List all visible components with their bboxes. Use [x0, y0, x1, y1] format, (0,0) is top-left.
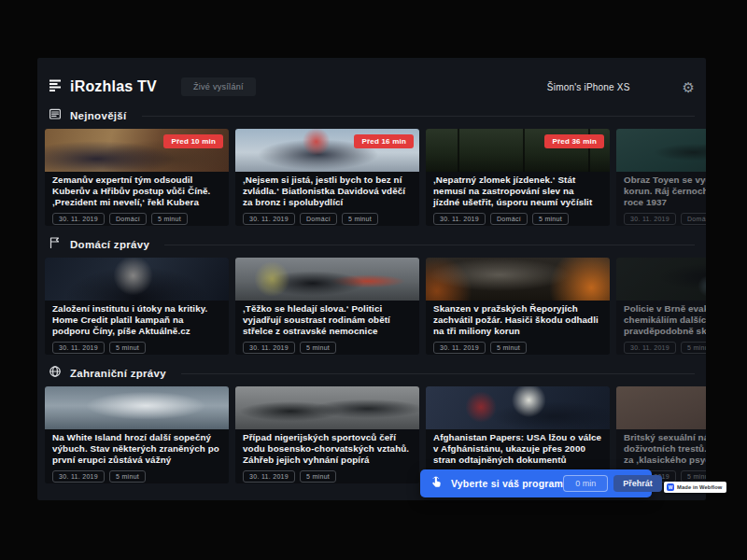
card-thumbnail [616, 129, 706, 172]
category-tag: Domácí [300, 213, 337, 225]
card-thumbnail: Před 10 min [45, 129, 229, 172]
card-row-domestic: Založení institutu i útoky na kritiky. H… [45, 258, 706, 355]
card-title: ‚Těžko se hledají slova.‘ Politici vyjad… [243, 303, 412, 338]
section-title: Domácí zprávy [70, 239, 149, 250]
card-tags: 30. 11. 2019 5 minut [433, 342, 602, 354]
card-title: Skanzen v pražských Řeporyjích zachvátil… [433, 303, 602, 338]
duration-tag: 5 minut [532, 213, 569, 225]
news-card[interactable]: Před 36 min ‚Nepatrný zlomek jízdenek.‘ … [426, 129, 610, 226]
app-panel: iRozhlas TV Živé vysílání Šimon's iPhone… [37, 58, 706, 500]
date-tag: 30. 11. 2019 [52, 342, 105, 354]
made-in-webflow-badge[interactable]: W Made in Webflow [664, 482, 726, 493]
play-button[interactable]: Přehrát [613, 475, 662, 492]
duration-button[interactable]: 0 min [563, 475, 608, 492]
card-title: Britský sexuální násilník dostal 33 doži… [624, 432, 706, 467]
duration-tag: 5 minut [300, 342, 336, 354]
card-thumbnail [45, 386, 229, 429]
duration-tag: 5 minut [300, 470, 336, 483]
duration-tag: 5 minut [490, 342, 527, 354]
news-card[interactable]: Před 16 min ‚Nejsem si jistá, jestli byc… [235, 129, 419, 226]
time-badge: Před 16 min [354, 134, 414, 148]
section-divider [164, 245, 695, 245]
card-thumbnail [426, 258, 610, 301]
card-title: Afghanistan Papers: USA lžou o válce v A… [433, 432, 602, 467]
card-title: Zemanův expertní tým odsoudil Kuberův a … [52, 175, 221, 209]
program-player-bar: Vyberte si váš program 0 min Přehrát [420, 469, 652, 497]
section-header-latest: Nejnovější [49, 108, 695, 123]
tap-hand-icon [430, 475, 444, 493]
card-thumbnail [235, 258, 419, 301]
date-tag: 30. 11. 2019 [243, 342, 295, 354]
section-header-domestic: Domácí zprávy [49, 237, 695, 252]
section-divider [181, 373, 695, 374]
live-broadcast-button[interactable]: Živé vysílání [181, 77, 256, 96]
duration-tag: 5 minut [151, 213, 188, 225]
newspaper-icon [49, 107, 62, 124]
flag-icon [49, 236, 62, 253]
date-tag: 30. 11. 2019 [624, 342, 676, 354]
duration-tag: 5 minut [109, 470, 146, 483]
duration-tag: 5 minut [109, 342, 146, 354]
news-card[interactable]: Založení institutu i útoky na kritiky. H… [45, 258, 229, 355]
card-tags: 30. 11. 2019 5 minut [243, 470, 412, 483]
date-tag: 30. 11. 2019 [433, 213, 486, 225]
news-card[interactable]: Policie v Brně evakuovala kvůli chemikál… [616, 258, 706, 355]
date-tag: 30. 11. 2019 [52, 470, 105, 483]
card-tags: 30. 11. 2019 Domácí 5 minut [433, 213, 602, 225]
duration-tag: 5 minut [681, 342, 706, 354]
card-tags: 30. 11. 2019 Domácí 5 minut [624, 213, 706, 225]
card-title: Případ nigerijských sportovců čeří vodu … [243, 432, 412, 467]
globe-icon [49, 365, 62, 382]
card-tags: 30. 11. 2019 Domácí 5 minut [52, 213, 221, 225]
card-title: Založení institutu i útoky na kritiky. H… [52, 303, 221, 338]
date-tag: 30. 11. 2019 [243, 470, 295, 483]
app-logo[interactable]: iRozhlas TV [49, 78, 157, 96]
card-tags: 30. 11. 2019 5 minut [624, 342, 706, 354]
card-tags: 30. 11. 2019 5 minut [52, 342, 221, 354]
section-title: Zahraniční zprávy [70, 368, 166, 379]
section-header-foreign: Zahraniční zprávy [49, 366, 695, 381]
card-thumbnail: Před 36 min [426, 129, 610, 172]
duration-tag: 5 minut [681, 470, 706, 483]
card-row-latest: Před 10 min Zemanův expertní tým odsoudi… [45, 129, 706, 226]
news-card[interactable]: Případ nigerijských sportovců čeří vodu … [235, 386, 419, 483]
card-thumbnail: Před 16 min [235, 129, 419, 172]
card-title: Obraz Toyen se vydražil za 79 milionů ko… [624, 175, 706, 209]
card-thumbnail [235, 386, 419, 429]
news-card[interactable]: Skanzen v pražských Řeporyjích zachvátil… [426, 258, 610, 355]
card-thumbnail [616, 386, 706, 429]
time-badge: Před 10 min [163, 134, 223, 148]
card-thumbnail [426, 386, 610, 429]
date-tag: 30. 11. 2019 [52, 213, 105, 225]
webflow-badge-label: Made in Webflow [677, 484, 722, 490]
card-tags: 30. 11. 2019 Domácí 5 minut [243, 213, 412, 225]
category-tag: Domácí [109, 213, 147, 225]
card-tags: 30. 11. 2019 5 minut [243, 342, 412, 354]
card-title: Na White Island hrozí další sopečný výbu… [52, 432, 221, 467]
news-card[interactable]: ‚Těžko se hledají slova.‘ Politici vyjad… [235, 258, 419, 355]
section-divider [142, 116, 695, 117]
gear-icon[interactable]: ⚙ [683, 80, 695, 94]
news-card[interactable]: Před 10 min Zemanův expertní tým odsoudi… [45, 129, 229, 226]
category-tag: Domácí [490, 213, 528, 225]
date-tag: 30. 11. 2019 [433, 342, 486, 354]
player-prompt: Vyberte si váš program [451, 478, 563, 489]
time-badge: Před 36 min [544, 134, 604, 148]
date-tag: 30. 11. 2019 [624, 213, 676, 225]
date-tag: 30. 11. 2019 [243, 213, 295, 225]
card-title: ‚Nejsem si jistá, jestli bych to bez ní … [243, 175, 412, 209]
app-title: iRozhlas TV [70, 78, 157, 95]
top-bar: iRozhlas TV Živé vysílání Šimon's iPhone… [49, 75, 697, 99]
duration-tag: 5 minut [342, 213, 378, 225]
category-tag: Domácí [681, 213, 706, 225]
section-title: Nejnovější [70, 110, 127, 121]
device-selector[interactable]: Šimon's iPhone XS [547, 82, 630, 92]
news-card[interactable]: Obraz Toyen se vydražil za 79 milionů ko… [616, 129, 706, 226]
sound-bars-icon [49, 78, 63, 96]
card-title: Policie v Brně evakuovala kvůli chemikál… [624, 303, 706, 338]
card-thumbnail [616, 258, 706, 301]
news-card[interactable]: Na White Island hrozí další sopečný výbu… [45, 386, 229, 483]
card-title: ‚Nepatrný zlomek jízdenek.‘ Stát nemusí … [433, 175, 602, 209]
card-thumbnail [45, 258, 229, 301]
card-tags: 30. 11. 2019 5 minut [52, 470, 221, 483]
